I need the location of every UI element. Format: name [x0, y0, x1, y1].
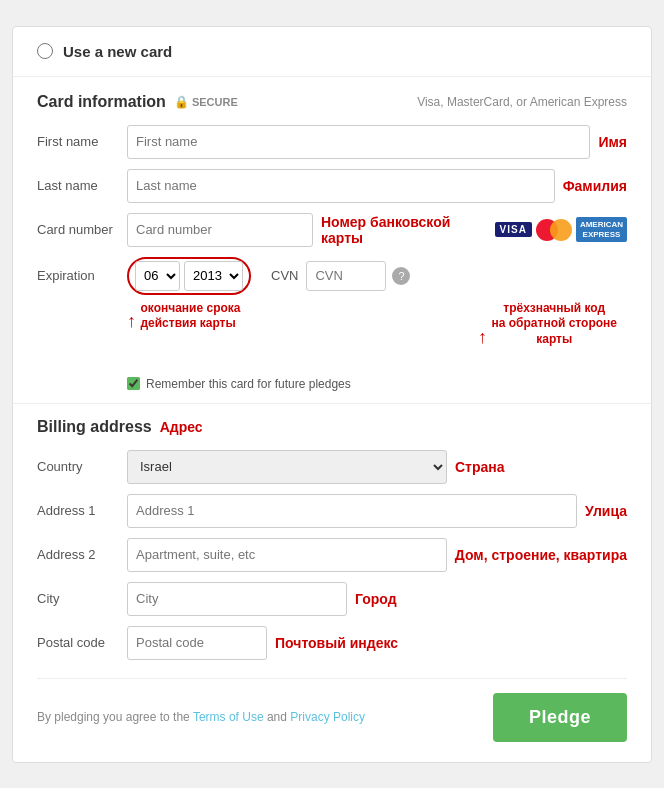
first-name-input[interactable] — [127, 125, 590, 159]
billing-annotation: Адрес — [160, 419, 203, 435]
cvn-arrow-icon: ↑ — [478, 327, 487, 348]
card-icons: VISA AMERICANEXPRESS — [495, 217, 627, 242]
terms-link[interactable]: Terms of Use — [193, 710, 264, 724]
remember-card-label: Remember this card for future pledges — [146, 377, 351, 391]
footer-text: By pledging you agree to the Terms of Us… — [37, 710, 365, 724]
expiry-annotation-text: окончание срокадействия карты — [140, 301, 240, 332]
billing-title-text: Billing address — [37, 418, 152, 436]
card-number-annotation: Номер банковской карты — [321, 214, 487, 246]
last-name-input[interactable] — [127, 169, 555, 203]
use-new-card-label: Use a new card — [63, 43, 172, 60]
expiration-year-select[interactable]: 2013 201420152016 201720182019 202020212… — [184, 261, 243, 291]
card-number-row: Card number Номер банковской карты VISA … — [37, 213, 627, 247]
city-row: City Город — [37, 582, 627, 616]
address2-row: Address 2 Дом, строение, квартира — [37, 538, 627, 572]
privacy-link[interactable]: Privacy Policy — [290, 710, 365, 724]
country-annotation: Страна — [455, 459, 505, 475]
use-new-card-section: Use a new card — [13, 27, 651, 77]
secure-badge: 🔒 SECURE — [174, 95, 238, 109]
address2-input[interactable] — [127, 538, 447, 572]
cvn-annotation-group: ↑ трёхзначный кодна обратной сторонекарт… — [478, 301, 617, 348]
visa-icon: VISA — [495, 222, 532, 237]
postal-code-input[interactable] — [127, 626, 267, 660]
billing-section: Billing address Адрес Country Israel Uni… — [13, 404, 651, 678]
secure-text: SECURE — [192, 96, 238, 108]
accepted-cards-text: Visa, MasterCard, or American Express — [417, 95, 627, 109]
address1-annotation: Улица — [585, 503, 627, 519]
mastercard-icon — [536, 219, 572, 241]
postal-code-label: Postal code — [37, 635, 127, 650]
cvn-input[interactable] — [306, 261, 386, 291]
billing-title: Billing address Адрес — [37, 418, 627, 436]
cvn-label: CVN — [271, 268, 298, 283]
card-number-label: Card number — [37, 222, 127, 237]
first-name-label: First name — [37, 134, 127, 149]
amex-icon: AMERICANEXPRESS — [576, 217, 627, 242]
use-new-card-radio[interactable] — [37, 43, 53, 59]
first-name-annotation: Имя — [598, 134, 627, 150]
pledge-button[interactable]: Pledge — [493, 693, 627, 742]
card-number-input[interactable] — [127, 213, 313, 247]
country-row: Country Israel United States United King… — [37, 450, 627, 484]
expiration-selects: 06 010203 040507 080910 1112 2013 201420… — [127, 257, 251, 295]
country-label: Country — [37, 459, 127, 474]
expiry-annotation-group: ↑ окончание срокадействия карты — [127, 301, 241, 333]
postal-code-annotation: Почтовый индекс — [275, 635, 398, 651]
cvn-annotation-text: трёхзначный кодна обратной сторонекарты — [492, 301, 617, 348]
address2-label: Address 2 — [37, 547, 127, 562]
expiration-row: Expiration 06 010203 040507 080910 1112 … — [37, 257, 627, 295]
city-input[interactable] — [127, 582, 347, 616]
remember-card-row: Remember this card for future pledges — [127, 377, 627, 391]
expiry-arrow-icon: ↑ — [127, 311, 136, 332]
cvn-help-icon[interactable]: ? — [392, 267, 410, 285]
expiration-month-select[interactable]: 06 010203 040507 080910 1112 — [135, 261, 180, 291]
payment-form: Use a new card Card information 🔒 SECURE… — [12, 26, 652, 763]
footer: By pledging you agree to the Terms of Us… — [13, 679, 651, 746]
card-info-section: Card information 🔒 SECURE Visa, MasterCa… — [13, 77, 651, 404]
footer-and: and — [264, 710, 291, 724]
last-name-label: Last name — [37, 178, 127, 193]
city-annotation: Город — [355, 591, 397, 607]
remember-card-checkbox[interactable] — [127, 377, 140, 390]
annotation-section: ↑ окончание срокадействия карты ↑ трёхзн… — [127, 301, 627, 371]
last-name-annotation: Фамилия — [563, 178, 627, 194]
last-name-row: Last name Фамилия — [37, 169, 627, 203]
address2-annotation: Дом, строение, квартира — [455, 547, 627, 563]
city-label: City — [37, 591, 127, 606]
address1-label: Address 1 — [37, 503, 127, 518]
address1-input[interactable] — [127, 494, 577, 528]
first-name-row: First name Имя — [37, 125, 627, 159]
country-select[interactable]: Israel United States United Kingdom — [127, 450, 447, 484]
footer-text-prefix: By pledging you agree to the — [37, 710, 193, 724]
card-info-title-text: Card information — [37, 93, 166, 111]
postal-code-row: Postal code Почтовый индекс — [37, 626, 627, 660]
card-info-title: Card information 🔒 SECURE — [37, 93, 238, 111]
card-info-header: Card information 🔒 SECURE Visa, MasterCa… — [37, 93, 627, 111]
address1-row: Address 1 Улица — [37, 494, 627, 528]
expiration-label: Expiration — [37, 268, 127, 283]
lock-icon: 🔒 — [174, 95, 189, 109]
